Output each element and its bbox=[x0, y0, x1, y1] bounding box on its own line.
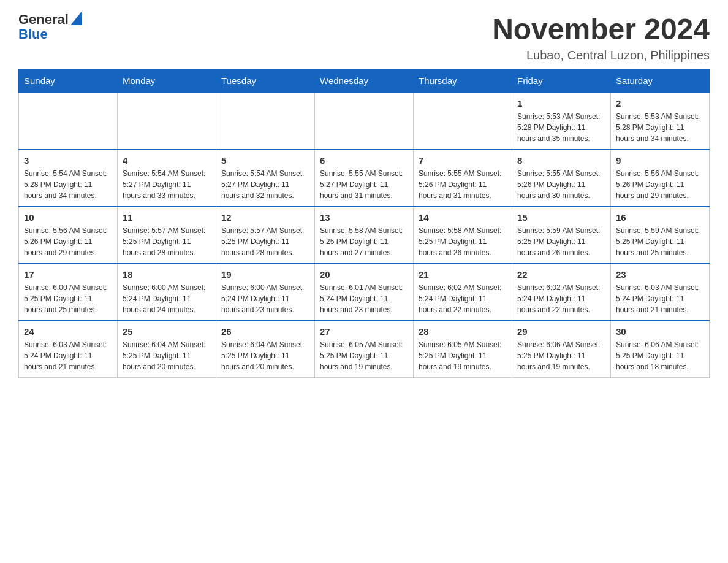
calendar-cell bbox=[19, 93, 118, 150]
day-number: 18 bbox=[123, 269, 211, 280]
calendar-day-header-wednesday: Wednesday bbox=[315, 69, 414, 93]
day-info: Sunrise: 5:58 AM Sunset: 5:25 PM Dayligh… bbox=[320, 225, 408, 258]
day-number: 6 bbox=[320, 155, 408, 166]
calendar-cell: 12Sunrise: 5:57 AM Sunset: 5:25 PM Dayli… bbox=[216, 207, 315, 264]
day-number: 9 bbox=[616, 155, 704, 166]
day-number: 15 bbox=[517, 212, 605, 223]
calendar-day-header-sunday: Sunday bbox=[19, 69, 118, 93]
day-number: 13 bbox=[320, 212, 408, 223]
calendar-cell: 14Sunrise: 5:58 AM Sunset: 5:25 PM Dayli… bbox=[414, 207, 512, 264]
day-number: 7 bbox=[419, 155, 507, 166]
calendar-table: SundayMondayTuesdayWednesdayThursdayFrid… bbox=[18, 69, 710, 378]
calendar-cell: 26Sunrise: 6:04 AM Sunset: 5:25 PM Dayli… bbox=[216, 321, 315, 378]
svg-marker-0 bbox=[70, 12, 82, 25]
calendar-cell: 29Sunrise: 6:06 AM Sunset: 5:25 PM Dayli… bbox=[512, 321, 611, 378]
calendar-day-header-friday: Friday bbox=[512, 69, 611, 93]
calendar-week-row: 1Sunrise: 5:53 AM Sunset: 5:28 PM Daylig… bbox=[19, 93, 710, 150]
day-number: 25 bbox=[123, 326, 211, 337]
day-info: Sunrise: 5:56 AM Sunset: 5:26 PM Dayligh… bbox=[24, 225, 112, 258]
calendar-week-row: 17Sunrise: 6:00 AM Sunset: 5:25 PM Dayli… bbox=[19, 264, 710, 321]
day-number: 10 bbox=[24, 212, 112, 223]
calendar-cell: 23Sunrise: 6:03 AM Sunset: 5:24 PM Dayli… bbox=[611, 264, 710, 321]
calendar-cell bbox=[216, 93, 315, 150]
logo: General Blue bbox=[18, 12, 82, 42]
calendar-cell: 3Sunrise: 5:54 AM Sunset: 5:28 PM Daylig… bbox=[19, 150, 118, 207]
calendar-body: 1Sunrise: 5:53 AM Sunset: 5:28 PM Daylig… bbox=[19, 93, 710, 378]
logo-triangle-icon bbox=[70, 12, 82, 25]
calendar-cell: 25Sunrise: 6:04 AM Sunset: 5:25 PM Dayli… bbox=[118, 321, 216, 378]
calendar-week-row: 24Sunrise: 6:03 AM Sunset: 5:24 PM Dayli… bbox=[19, 321, 710, 378]
day-info: Sunrise: 6:00 AM Sunset: 5:24 PM Dayligh… bbox=[221, 282, 309, 315]
day-info: Sunrise: 5:59 AM Sunset: 5:25 PM Dayligh… bbox=[616, 225, 704, 258]
day-info: Sunrise: 6:06 AM Sunset: 5:25 PM Dayligh… bbox=[517, 339, 605, 372]
logo-general-text: General bbox=[18, 12, 69, 27]
day-info: Sunrise: 5:55 AM Sunset: 5:26 PM Dayligh… bbox=[419, 168, 507, 201]
day-info: Sunrise: 6:05 AM Sunset: 5:25 PM Dayligh… bbox=[320, 339, 408, 372]
calendar-cell: 2Sunrise: 5:53 AM Sunset: 5:28 PM Daylig… bbox=[611, 93, 710, 150]
day-info: Sunrise: 6:00 AM Sunset: 5:24 PM Dayligh… bbox=[123, 282, 211, 315]
page-subtitle: Lubao, Central Luzon, Philippines bbox=[492, 48, 710, 63]
day-number: 3 bbox=[24, 155, 112, 166]
calendar-cell: 24Sunrise: 6:03 AM Sunset: 5:24 PM Dayli… bbox=[19, 321, 118, 378]
day-info: Sunrise: 5:59 AM Sunset: 5:25 PM Dayligh… bbox=[517, 225, 605, 258]
calendar-cell: 8Sunrise: 5:55 AM Sunset: 5:26 PM Daylig… bbox=[512, 150, 611, 207]
calendar-cell: 10Sunrise: 5:56 AM Sunset: 5:26 PM Dayli… bbox=[19, 207, 118, 264]
day-info: Sunrise: 5:55 AM Sunset: 5:26 PM Dayligh… bbox=[517, 168, 605, 201]
calendar-cell: 16Sunrise: 5:59 AM Sunset: 5:25 PM Dayli… bbox=[611, 207, 710, 264]
calendar-cell: 9Sunrise: 5:56 AM Sunset: 5:26 PM Daylig… bbox=[611, 150, 710, 207]
day-info: Sunrise: 6:03 AM Sunset: 5:24 PM Dayligh… bbox=[616, 282, 704, 315]
day-number: 2 bbox=[616, 98, 704, 109]
day-number: 23 bbox=[616, 269, 704, 280]
day-number: 17 bbox=[24, 269, 112, 280]
calendar-cell: 18Sunrise: 6:00 AM Sunset: 5:24 PM Dayli… bbox=[118, 264, 216, 321]
day-info: Sunrise: 6:02 AM Sunset: 5:24 PM Dayligh… bbox=[517, 282, 605, 315]
calendar-cell: 27Sunrise: 6:05 AM Sunset: 5:25 PM Dayli… bbox=[315, 321, 414, 378]
calendar-week-row: 10Sunrise: 5:56 AM Sunset: 5:26 PM Dayli… bbox=[19, 207, 710, 264]
calendar-cell: 13Sunrise: 5:58 AM Sunset: 5:25 PM Dayli… bbox=[315, 207, 414, 264]
day-number: 24 bbox=[24, 326, 112, 337]
day-info: Sunrise: 5:57 AM Sunset: 5:25 PM Dayligh… bbox=[221, 225, 309, 258]
calendar-cell: 1Sunrise: 5:53 AM Sunset: 5:28 PM Daylig… bbox=[512, 93, 611, 150]
day-number: 30 bbox=[616, 326, 704, 337]
title-section: November 2024 Lubao, Central Luzon, Phil… bbox=[492, 12, 710, 63]
calendar-cell: 20Sunrise: 6:01 AM Sunset: 5:24 PM Dayli… bbox=[315, 264, 414, 321]
day-info: Sunrise: 6:03 AM Sunset: 5:24 PM Dayligh… bbox=[24, 339, 112, 372]
day-number: 19 bbox=[221, 269, 309, 280]
calendar-cell: 15Sunrise: 5:59 AM Sunset: 5:25 PM Dayli… bbox=[512, 207, 611, 264]
day-info: Sunrise: 6:04 AM Sunset: 5:25 PM Dayligh… bbox=[221, 339, 309, 372]
calendar-cell: 6Sunrise: 5:55 AM Sunset: 5:27 PM Daylig… bbox=[315, 150, 414, 207]
day-info: Sunrise: 5:53 AM Sunset: 5:28 PM Dayligh… bbox=[517, 111, 605, 144]
day-info: Sunrise: 5:56 AM Sunset: 5:26 PM Dayligh… bbox=[616, 168, 704, 201]
day-number: 22 bbox=[517, 269, 605, 280]
day-number: 27 bbox=[320, 326, 408, 337]
day-number: 11 bbox=[123, 212, 211, 223]
day-number: 8 bbox=[517, 155, 605, 166]
calendar-week-row: 3Sunrise: 5:54 AM Sunset: 5:28 PM Daylig… bbox=[19, 150, 710, 207]
calendar-cell bbox=[118, 93, 216, 150]
day-info: Sunrise: 5:54 AM Sunset: 5:27 PM Dayligh… bbox=[221, 168, 309, 201]
calendar-cell: 30Sunrise: 6:06 AM Sunset: 5:25 PM Dayli… bbox=[611, 321, 710, 378]
day-info: Sunrise: 6:00 AM Sunset: 5:25 PM Dayligh… bbox=[24, 282, 112, 315]
day-info: Sunrise: 5:58 AM Sunset: 5:25 PM Dayligh… bbox=[419, 225, 507, 258]
calendar-header: SundayMondayTuesdayWednesdayThursdayFrid… bbox=[19, 69, 710, 93]
calendar-cell bbox=[315, 93, 414, 150]
day-number: 28 bbox=[419, 326, 507, 337]
calendar-day-header-saturday: Saturday bbox=[611, 69, 710, 93]
calendar-cell: 28Sunrise: 6:05 AM Sunset: 5:25 PM Dayli… bbox=[414, 321, 512, 378]
calendar-cell: 7Sunrise: 5:55 AM Sunset: 5:26 PM Daylig… bbox=[414, 150, 512, 207]
calendar-cell: 22Sunrise: 6:02 AM Sunset: 5:24 PM Dayli… bbox=[512, 264, 611, 321]
calendar-cell: 17Sunrise: 6:00 AM Sunset: 5:25 PM Dayli… bbox=[19, 264, 118, 321]
calendar-cell: 5Sunrise: 5:54 AM Sunset: 5:27 PM Daylig… bbox=[216, 150, 315, 207]
day-info: Sunrise: 5:53 AM Sunset: 5:28 PM Dayligh… bbox=[616, 111, 704, 144]
day-number: 4 bbox=[123, 155, 211, 166]
day-info: Sunrise: 5:55 AM Sunset: 5:27 PM Dayligh… bbox=[320, 168, 408, 201]
day-number: 29 bbox=[517, 326, 605, 337]
day-info: Sunrise: 6:02 AM Sunset: 5:24 PM Dayligh… bbox=[419, 282, 507, 315]
calendar-cell bbox=[414, 93, 512, 150]
day-info: Sunrise: 6:06 AM Sunset: 5:25 PM Dayligh… bbox=[616, 339, 704, 372]
logo-blue-text: Blue bbox=[18, 26, 48, 42]
calendar-day-header-thursday: Thursday bbox=[414, 69, 512, 93]
calendar-cell: 21Sunrise: 6:02 AM Sunset: 5:24 PM Dayli… bbox=[414, 264, 512, 321]
day-number: 26 bbox=[221, 326, 309, 337]
day-info: Sunrise: 6:01 AM Sunset: 5:24 PM Dayligh… bbox=[320, 282, 408, 315]
